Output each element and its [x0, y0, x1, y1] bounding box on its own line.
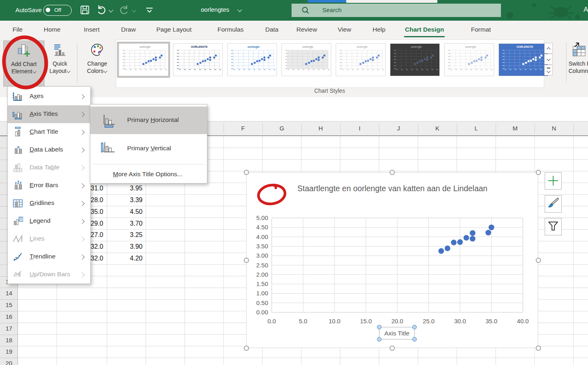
menu-item-axis-titles[interactable]: Axis Titles [8, 105, 90, 123]
axis-title-box[interactable]: Axis Title [379, 327, 415, 339]
menu-item-chart-title[interactable]: Chart Title [8, 123, 90, 141]
chart-style-thumbnail-1[interactable]: oorlengte [119, 43, 168, 76]
tab-format[interactable]: Format [471, 26, 491, 33]
legend-icon [13, 216, 23, 226]
data-point[interactable] [457, 239, 463, 245]
tab-formulas[interactable]: Formulas [217, 26, 244, 33]
ribbon-separator [566, 43, 567, 83]
chart-style-thumbnail-2[interactable]: OORLENGTE [173, 43, 223, 76]
data-point[interactable] [489, 224, 494, 230]
filename[interactable]: oorlengtes [201, 6, 229, 13]
svg-text:OORLENGTE: OORLENGTE [191, 45, 208, 48]
column-header-L[interactable]: L [457, 125, 496, 132]
column-header-G[interactable]: G [262, 125, 301, 132]
quick-access-toolbar-icon[interactable] [144, 4, 156, 16]
chart-resize-handle[interactable] [390, 170, 395, 175]
tab-review[interactable]: Review [296, 26, 317, 33]
column-header-H[interactable]: H [301, 125, 340, 132]
column-header-I[interactable]: I [340, 125, 379, 132]
change-colors-button[interactable]: Change Colors [80, 41, 114, 86]
chart-style-thumbnail-4[interactable]: oorlengte [281, 43, 331, 76]
data-point[interactable] [445, 245, 450, 251]
chart-resize-handle[interactable] [390, 346, 395, 351]
axis-title-handle[interactable] [412, 325, 417, 329]
submenu-item-label: Primary Horizontal [127, 116, 179, 124]
submenu-item-primary-horizontal[interactable]: Primary Horizontal [90, 107, 207, 134]
redo-dropdown-caret[interactable] [132, 8, 136, 12]
chart-card[interactable]: Staartlengte en oorlengte van katten aan… [246, 172, 538, 348]
column-header-N[interactable]: N [535, 125, 573, 132]
chart-resize-handle[interactable] [536, 170, 541, 175]
column-header-F[interactable]: F [224, 125, 262, 132]
chart-styles-button[interactable] [545, 195, 562, 213]
axis-title-handle[interactable] [377, 325, 381, 329]
column-header-separator [340, 124, 341, 134]
tab-view[interactable]: View [338, 26, 351, 33]
tab-data[interactable]: Data [265, 26, 279, 33]
column-header-J[interactable]: J [379, 125, 418, 132]
chart-resize-handle[interactable] [244, 258, 249, 263]
chart-resize-handle[interactable] [244, 346, 249, 351]
data-point[interactable] [470, 230, 475, 236]
menu-item-lines[interactable]: Lines [8, 230, 90, 248]
tab-insert[interactable]: Insert [84, 26, 100, 33]
svg-text:35.0: 35.0 [486, 318, 497, 324]
menu-item-data-table[interactable]: Data Table [8, 159, 90, 177]
column-header-M[interactable]: M [496, 125, 535, 132]
chart-style-thumbnail-8[interactable]: OORLENGTE [499, 43, 548, 76]
menu-item-legend[interactable]: Legend [8, 212, 90, 230]
menu-item-trendline[interactable]: Trendline [8, 248, 90, 266]
undo-dropdown-caret[interactable] [109, 8, 113, 12]
chart-style-thumbnail-3[interactable]: oorlengte [227, 43, 277, 76]
gallery-more-button[interactable] [544, 65, 553, 75]
chart-filters-button[interactable] [545, 218, 562, 235]
submenu-item-primary-vertical[interactable]: Primary Vertical [90, 134, 207, 163]
data-point[interactable] [470, 236, 475, 241]
quick-layout-button[interactable]: Quick Layout [45, 41, 75, 86]
chart-elements-button[interactable] [545, 172, 562, 190]
tab-file[interactable]: File [13, 26, 23, 33]
data-point[interactable] [464, 235, 469, 241]
svg-text:2.50: 2.50 [256, 262, 268, 269]
svg-text:4.50: 4.50 [256, 224, 268, 231]
svg-text:25.0: 25.0 [423, 318, 435, 324]
tab-home[interactable]: Home [44, 26, 60, 33]
chart-style-thumbnail-7[interactable]: oorlengte [444, 43, 494, 76]
data-point[interactable] [451, 240, 457, 245]
redo-icon[interactable] [119, 4, 131, 16]
chevron-right-icon [79, 147, 85, 153]
svg-text:4.00: 4.00 [256, 233, 268, 240]
menu-item-error-bars[interactable]: Error Bars [8, 177, 90, 194]
tab-page-layout[interactable]: Page Layout [156, 26, 192, 33]
switch-row-column-button[interactable]: Switch Row/ Column [569, 41, 588, 86]
chart-style-thumbnail-6[interactable]: oorlengte [390, 43, 440, 76]
tab-draw[interactable]: Draw [121, 26, 136, 33]
axis-title-handle[interactable] [377, 337, 381, 342]
chart-resize-handle[interactable] [244, 170, 249, 175]
menu-item-up-down-bars[interactable]: Up/Down Bars [8, 266, 90, 284]
menu-item-data-labels[interactable]: Data Labels [8, 141, 90, 159]
search-box[interactable]: Search [292, 4, 501, 17]
gallery-scroll-down-button[interactable] [544, 54, 553, 64]
axis-title-handle[interactable] [412, 337, 417, 342]
chart-resize-handle[interactable] [536, 258, 541, 263]
save-icon[interactable] [80, 4, 92, 16]
menu-item-gridlines[interactable]: Gridlines [8, 194, 90, 212]
quick-layout-label-1: Quick [53, 60, 67, 67]
submenu-item-more-axis-title-options[interactable]: More Axis Title Options... [90, 165, 207, 184]
undo-icon[interactable] [96, 4, 108, 16]
filename-dropdown-caret[interactable] [237, 7, 242, 12]
data-point[interactable] [486, 230, 491, 235]
gallery-scroll-up-button[interactable] [544, 43, 553, 53]
chart-resize-handle[interactable] [536, 346, 541, 351]
add-chart-element-button[interactable]: Add Chart Element [3, 41, 45, 87]
chart-style-thumbnail-5[interactable]: oorlengte [336, 43, 386, 76]
tab-chart-design[interactable]: Chart Design [405, 26, 444, 33]
column-header-K[interactable]: K [418, 125, 457, 132]
autosave-toggle[interactable]: Off [43, 5, 72, 16]
menu-item-axes[interactable]: Axes [8, 88, 90, 105]
axes-icon [13, 91, 23, 102]
data-point[interactable] [439, 248, 444, 254]
account-initial[interactable]: A [584, 6, 588, 14]
tab-help[interactable]: Help [373, 26, 386, 33]
